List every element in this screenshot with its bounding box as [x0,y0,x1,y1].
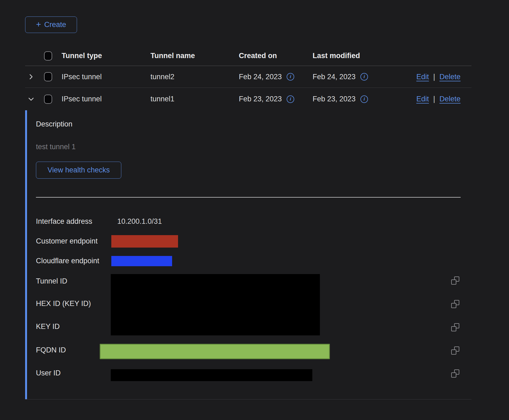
created-on-value: Feb 24, 2023 [239,73,282,81]
tunnel-name-value: tunnel2 [150,73,175,81]
row-checkbox[interactable] [44,72,52,81]
header-tunnel-type: Tunnel type [62,52,102,60]
cloudflare-endpoint-redaction [111,256,172,266]
tunnels-page: + Create Tunnel type Tunnel name Created… [0,0,509,420]
row-checkbox[interactable] [44,95,52,104]
hex-id-label: HEX ID (KEY ID) [36,299,91,308]
copy-icon [451,323,459,331]
tunnel-type-value: IPsec tunnel [62,95,102,103]
cloudflare-endpoint-label: Cloudflare endpoint [36,257,99,265]
created-on-value: Feb 23, 2023 [239,95,282,103]
delete-link[interactable]: Delete [440,73,461,81]
last-modified-value: Feb 23, 2023 [313,95,356,103]
description-value: test tunnel 1 [36,143,76,151]
info-icon[interactable]: i [287,95,294,103]
user-id-redaction [111,369,312,381]
tunnel-id-label: Tunnel ID [36,277,67,285]
info-icon[interactable]: i [360,95,368,103]
user-id-label: User ID [36,369,61,377]
key-id-label: KEY ID [36,322,60,331]
table-header-row: Tunnel type Tunnel name Created on Last … [25,46,471,66]
view-health-checks-label: View health checks [48,166,110,174]
header-tunnel-name: Tunnel name [150,52,195,60]
interface-address-label: Interface address [36,217,92,226]
chevron-down-icon[interactable] [28,96,34,102]
copy-icon [451,276,459,285]
expanded-panel-bottom-divider [25,399,471,399]
tunnel-name-value: tunnel1 [150,95,175,103]
actions-separator: | [433,95,435,103]
header-last-modified: Last modified [313,52,360,60]
last-modified-value: Feb 24, 2023 [313,73,356,81]
edit-link[interactable]: Edit [416,95,429,103]
copy-icon [451,300,459,308]
header-created-on: Created on [239,52,277,60]
interface-address-value: 10.200.1.0/31 [117,217,162,226]
chevron-right-icon[interactable] [28,74,34,80]
copy-tunnel-id-button[interactable] [451,276,459,285]
info-icon[interactable]: i [360,73,368,81]
copy-icon [451,369,459,378]
table-row-expanded: IPsec tunnel tunnel1 Feb 23, 2023 i Feb … [25,88,471,110]
fqdn-id-redaction [100,344,330,359]
description-label: Description [36,120,72,128]
copy-fqdn-id-button[interactable] [451,346,459,355]
select-all-checkbox[interactable] [44,51,52,61]
table-row: IPsec tunnel tunnel2 Feb 24, 2023 i Feb … [25,66,471,88]
customer-endpoint-redaction [111,235,178,248]
fqdn-id-label: FQDN ID [36,346,66,354]
info-icon[interactable]: i [287,73,294,81]
actions-separator: | [433,73,435,81]
ids-redaction [111,274,320,335]
panel-divider [36,197,461,198]
expanded-panel-accent-bar [25,110,27,399]
customer-endpoint-label: Customer endpoint [36,237,98,245]
edit-link[interactable]: Edit [416,73,429,81]
plus-icon: + [36,20,41,29]
tunnel-type-value: IPsec tunnel [62,73,102,81]
copy-icon [451,346,459,355]
delete-link[interactable]: Delete [440,95,461,103]
create-button-label: Create [44,21,66,29]
view-health-checks-button[interactable]: View health checks [36,162,121,179]
copy-key-id-button[interactable] [451,323,459,331]
copy-user-id-button[interactable] [451,369,459,378]
copy-hex-id-button[interactable] [451,300,459,308]
create-button[interactable]: + Create [25,16,77,33]
